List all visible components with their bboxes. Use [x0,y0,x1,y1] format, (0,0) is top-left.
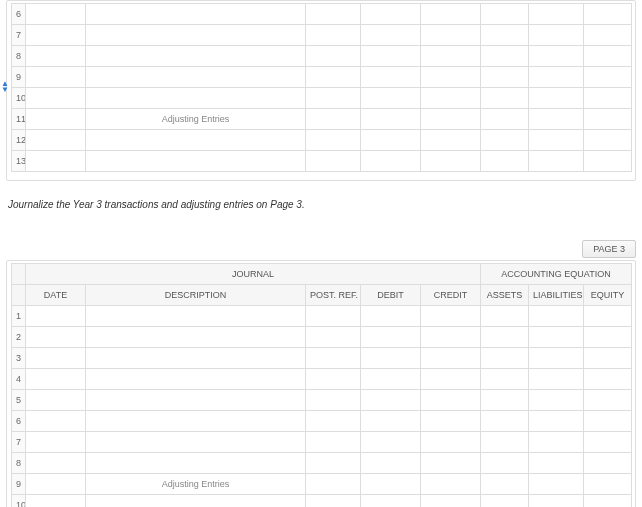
postref-cell[interactable] [306,151,361,172]
credit-cell[interactable] [421,495,481,508]
equity-cell[interactable] [584,453,632,474]
description-cell[interactable] [86,88,306,109]
debit-cell[interactable] [361,327,421,348]
liabilities-cell[interactable] [529,453,584,474]
postref-cell[interactable] [306,369,361,390]
credit-cell[interactable] [421,474,481,495]
debit-cell[interactable] [361,67,421,88]
debit-cell[interactable] [361,25,421,46]
postref-cell[interactable] [306,306,361,327]
assets-cell[interactable] [481,4,529,25]
liabilities-cell[interactable] [529,151,584,172]
assets-cell[interactable] [481,495,529,508]
liabilities-cell[interactable] [529,46,584,67]
liabilities-cell[interactable] [529,495,584,508]
description-cell[interactable] [86,151,306,172]
assets-cell[interactable] [481,130,529,151]
credit-cell[interactable] [421,46,481,67]
description-cell[interactable] [86,67,306,88]
debit-cell[interactable] [361,474,421,495]
debit-cell[interactable] [361,432,421,453]
date-cell[interactable] [26,67,86,88]
postref-cell[interactable] [306,327,361,348]
assets-cell[interactable] [481,432,529,453]
credit-cell[interactable] [421,88,481,109]
assets-cell[interactable] [481,453,529,474]
credit-cell[interactable] [421,151,481,172]
date-cell[interactable] [26,4,86,25]
credit-cell[interactable] [421,432,481,453]
equity-cell[interactable] [584,109,632,130]
credit-cell[interactable] [421,411,481,432]
postref-cell[interactable] [306,411,361,432]
equity-cell[interactable] [584,130,632,151]
description-cell[interactable] [86,306,306,327]
debit-cell[interactable] [361,411,421,432]
date-cell[interactable] [26,25,86,46]
credit-cell[interactable] [421,109,481,130]
postref-cell[interactable] [306,495,361,508]
debit-cell[interactable] [361,369,421,390]
postref-cell[interactable] [306,46,361,67]
date-cell[interactable] [26,495,86,508]
equity-cell[interactable] [584,67,632,88]
assets-cell[interactable] [481,369,529,390]
equity-cell[interactable] [584,46,632,67]
description-cell[interactable] [86,411,306,432]
postref-cell[interactable] [306,109,361,130]
date-cell[interactable] [26,130,86,151]
liabilities-cell[interactable] [529,348,584,369]
liabilities-cell[interactable] [529,130,584,151]
postref-cell[interactable] [306,130,361,151]
equity-cell[interactable] [584,411,632,432]
description-cell[interactable] [86,453,306,474]
date-cell[interactable] [26,390,86,411]
assets-cell[interactable] [481,88,529,109]
date-cell[interactable] [26,46,86,67]
equity-cell[interactable] [584,432,632,453]
assets-cell[interactable] [481,151,529,172]
liabilities-cell[interactable] [529,474,584,495]
assets-cell[interactable] [481,411,529,432]
assets-cell[interactable] [481,306,529,327]
equity-cell[interactable] [584,390,632,411]
description-cell[interactable] [86,432,306,453]
date-cell[interactable] [26,348,86,369]
credit-cell[interactable] [421,25,481,46]
equity-cell[interactable] [584,369,632,390]
assets-cell[interactable] [481,46,529,67]
debit-cell[interactable] [361,46,421,67]
assets-cell[interactable] [481,348,529,369]
assets-cell[interactable] [481,327,529,348]
liabilities-cell[interactable] [529,25,584,46]
equity-cell[interactable] [584,495,632,508]
debit-cell[interactable] [361,88,421,109]
credit-cell[interactable] [421,327,481,348]
liabilities-cell[interactable] [529,432,584,453]
debit-cell[interactable] [361,151,421,172]
postref-cell[interactable] [306,474,361,495]
date-cell[interactable] [26,151,86,172]
description-cell[interactable] [86,46,306,67]
liabilities-cell[interactable] [529,4,584,25]
equity-cell[interactable] [584,327,632,348]
postref-cell[interactable] [306,432,361,453]
postref-cell[interactable] [306,88,361,109]
equity-cell[interactable] [584,25,632,46]
equity-cell[interactable] [584,4,632,25]
liabilities-cell[interactable] [529,411,584,432]
liabilities-cell[interactable] [529,327,584,348]
credit-cell[interactable] [421,369,481,390]
description-cell[interactable] [86,25,306,46]
liabilities-cell[interactable] [529,306,584,327]
credit-cell[interactable] [421,130,481,151]
sort-down-icon[interactable]: ▼ [0,87,10,93]
credit-cell[interactable] [421,4,481,25]
liabilities-cell[interactable] [529,67,584,88]
credit-cell[interactable] [421,306,481,327]
postref-cell[interactable] [306,4,361,25]
debit-cell[interactable] [361,390,421,411]
equity-cell[interactable] [584,88,632,109]
credit-cell[interactable] [421,453,481,474]
liabilities-cell[interactable] [529,88,584,109]
